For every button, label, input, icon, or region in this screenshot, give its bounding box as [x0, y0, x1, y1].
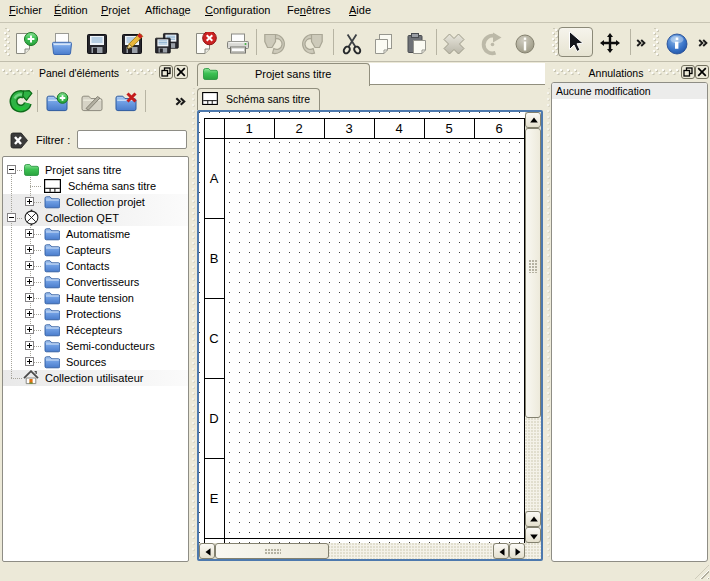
svg-text:C: C [209, 331, 218, 346]
svg-text:A: A [210, 171, 219, 186]
svg-text:E: E [210, 491, 219, 506]
svg-text:1: 1 [245, 121, 252, 136]
svg-text:6: 6 [495, 121, 502, 136]
svg-text:B: B [210, 251, 219, 266]
svg-text:3: 3 [345, 121, 352, 136]
svg-text:5: 5 [445, 121, 452, 136]
svg-text:4: 4 [395, 121, 402, 136]
svg-text:D: D [209, 411, 218, 426]
svg-text:2: 2 [295, 121, 302, 136]
